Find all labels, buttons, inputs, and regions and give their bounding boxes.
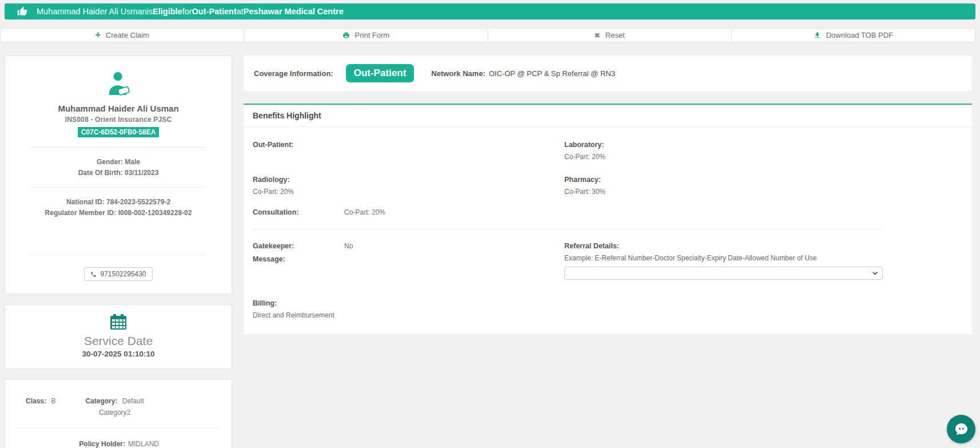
create-claim-button[interactable]: + Create Claim (0, 28, 244, 42)
gender-label: Gender: (97, 158, 123, 166)
category-pair: Category: Default Category2 (85, 397, 144, 417)
class-value: B (51, 397, 55, 405)
referral-select-wrap (564, 267, 883, 280)
banner-facility: Peshawar Medical Centre (244, 7, 344, 16)
spacer (5, 217, 232, 245)
patient-sidebar: Muhammad Haider Ali Usman INS008 - Orien… (5, 55, 232, 448)
policy-holder-label: Policy Holder: (5, 440, 125, 448)
class-pair: Class: B (26, 397, 55, 417)
benefits-body: Out-Patient: Laboratory: Co-Part: 20% Ra… (244, 127, 892, 319)
pharmacy-label: Pharmacy: (564, 176, 883, 184)
laboratory-copart: Co-Part: 20% (564, 153, 883, 161)
content-area: Muhammad Haider Ali Usman INS008 - Orien… (0, 55, 980, 448)
divider (253, 229, 883, 229)
patient-avatar-icon (105, 71, 132, 96)
national-id-value: 784-2023-5522579-2 (106, 198, 170, 206)
regulator-member-id-value: I008-002-120349228-02 (118, 209, 192, 217)
referral-example-text: Example: E-Referral Number-Doctor Specia… (564, 254, 883, 262)
main-panel: Coverage Information: Out-Patient Networ… (244, 55, 972, 334)
dob-value: 03/11/2023 (125, 169, 158, 177)
coverage-info-label: Coverage Information: (254, 69, 333, 78)
calendar-icon (110, 314, 127, 330)
download-icon (814, 31, 821, 39)
category-label: Category: (85, 397, 117, 405)
referral-block: Referral Details: Example: E-Referral Nu… (564, 242, 883, 280)
network-name-label: Network Name: (431, 69, 485, 78)
chat-button[interactable] (947, 415, 975, 443)
benefit-radiology: Radiology: Co-Part: 20% (253, 176, 564, 196)
x-icon: ✖ (595, 32, 600, 39)
divider (17, 428, 220, 429)
toolbar: + Create Claim Print Form ✖ Reset Downlo… (0, 28, 975, 42)
gatekeeper-value: No (344, 242, 353, 250)
printer-icon (342, 31, 350, 39)
out-patient-label: Out-Patient: (253, 141, 564, 149)
banner-status: Eligible (153, 7, 182, 16)
service-date-card: Service Date 30-07-2025 01:10:10 (5, 304, 232, 369)
benefit-consultation: Consultation: Co-Part: 20% (253, 208, 883, 216)
national-id-label: National ID: (66, 198, 105, 206)
message-label: Message: (253, 255, 564, 263)
billing-value: Direct and Reimbursement (253, 311, 883, 319)
reset-button[interactable]: ✖ Reset (488, 28, 732, 42)
download-tob-pdf-button[interactable]: Download TOB PDF (731, 28, 975, 42)
patient-name: Muhammad Haider Ali Usman (5, 104, 232, 113)
create-claim-label: Create Claim (106, 31, 149, 39)
network-name-value: OIC-OP @ PCP & Sp Referral @ RN3 (489, 69, 615, 78)
banner-word: for (182, 7, 192, 16)
divider (31, 255, 206, 255)
referral-details-label: Referral Details: (564, 242, 883, 250)
eligibility-banner: Muhammad Haider Ali Usman is Eligible fo… (5, 3, 975, 19)
reset-label: Reset (605, 31, 625, 39)
dob-label: Date Of Birth: (78, 169, 123, 177)
banner-patient-name: Muhammad Haider Ali Usman (37, 7, 147, 16)
radiology-copart: Co-Part: 20% (253, 188, 564, 196)
print-form-label: Print Form (355, 31, 390, 39)
divider (31, 187, 206, 188)
divider (31, 147, 206, 148)
banner-service-type: Out-Patient (192, 7, 237, 16)
class-label: Class: (26, 397, 46, 405)
coverage-panel: Coverage Information: Out-Patient Networ… (244, 55, 972, 91)
service-date-title: Service Date (5, 334, 232, 348)
consultation-copart: Co-Part: 20% (344, 208, 385, 216)
banner-word: is (147, 7, 153, 16)
banner-word: at (237, 7, 244, 16)
gender-value: Male (125, 158, 140, 166)
benefit-pharmacy: Pharmacy: Co-Part: 30% (564, 176, 883, 196)
policy-card: Class: B Category: Default Category2 Po (5, 379, 232, 448)
patient-card: Muhammad Haider Ali Usman INS008 - Orien… (5, 55, 232, 294)
gatekeeper-label: Gatekeeper: (253, 242, 344, 250)
benefits-title: Benefits Highlight (244, 105, 972, 127)
benefit-laboratory: Laboratory: Co-Part: 20% (564, 141, 883, 161)
laboratory-label: Laboratory: (564, 141, 883, 149)
patient-insurer: INS008 - Orient Insurance PJSC (5, 116, 232, 124)
patient-phone-button[interactable]: 971502295430 (84, 267, 152, 281)
billing-label: Billing: (253, 299, 883, 307)
eligibility-page: Muhammad Haider Ali Usman is Eligible fo… (0, 0, 980, 448)
print-form-button[interactable]: Print Form (244, 28, 488, 42)
consultation-label: Consultation: (253, 208, 344, 216)
service-date-value: 30-07-2025 01:10:10 (5, 350, 232, 358)
gatekeeper-block: Gatekeeper: No Message: (253, 242, 564, 280)
pharmacy-copart: Co-Part: 30% (564, 188, 883, 196)
radiology-label: Radiology: (253, 176, 564, 184)
benefits-panel: Benefits Highlight Out-Patient: Laborato… (244, 104, 972, 334)
thumbs-up-icon (17, 6, 27, 17)
plus-icon: + (95, 30, 101, 39)
benefit-out-patient: Out-Patient: (253, 141, 564, 161)
regulator-member-id-label: Regulator Member ID: (45, 209, 117, 217)
patient-phone-number: 971502295430 (100, 270, 146, 278)
billing-block: Billing: Direct and Reimbursement (253, 299, 883, 319)
referral-select[interactable] (564, 267, 883, 280)
category-value: Default (122, 397, 144, 405)
download-tob-pdf-label: Download TOB PDF (826, 31, 893, 39)
policy-holder-value: MIDLAND PROPERTIES (128, 440, 197, 448)
patient-card-id-badge: C07C-6D52-0FB0-58EA (78, 127, 160, 137)
phone-icon (90, 271, 97, 277)
chat-bubble-icon (953, 421, 969, 437)
category2-value: Category2 (85, 409, 144, 417)
out-patient-badge[interactable]: Out-Patient (346, 64, 415, 82)
